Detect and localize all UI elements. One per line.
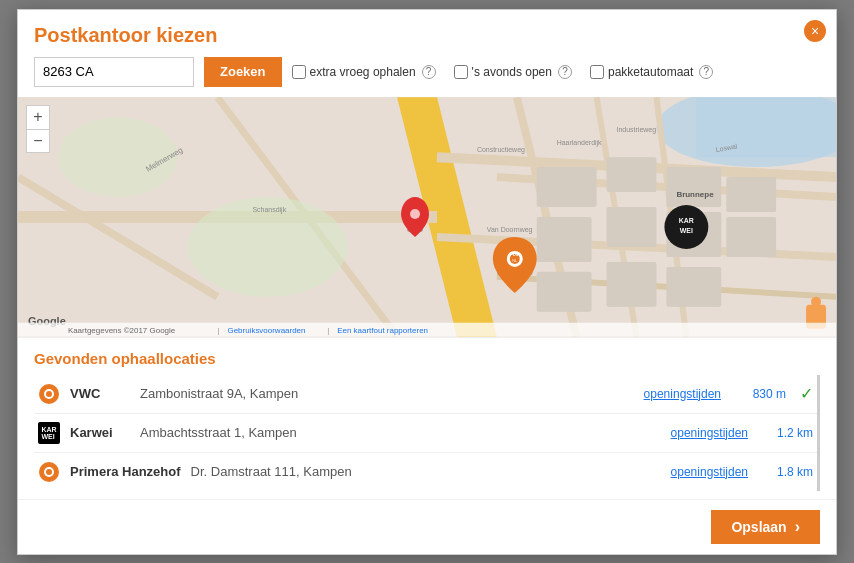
result-name-2: Primera Hanzehof bbox=[70, 464, 181, 479]
svg-point-59 bbox=[46, 391, 52, 397]
svg-rect-21 bbox=[726, 217, 776, 257]
result-distance-1: 1.2 km bbox=[758, 426, 813, 440]
svg-text:WEI: WEI bbox=[680, 226, 693, 233]
filter-savonds-open[interactable]: 's avonds open ? bbox=[454, 65, 572, 79]
save-chevron-icon: › bbox=[795, 518, 800, 536]
modal: × Postkantoor kiezen Zoeken extra vroeg … bbox=[17, 9, 837, 555]
result-address-1: Ambachtsstraat 1, Kampen bbox=[140, 425, 661, 440]
result-name-0: VWC bbox=[70, 386, 130, 401]
post-icon-2 bbox=[38, 461, 60, 483]
modal-overlay: × Postkantoor kiezen Zoeken extra vroeg … bbox=[0, 0, 854, 563]
result-openings-2[interactable]: openingstijden bbox=[671, 465, 748, 479]
save-button[interactable]: Opslaan › bbox=[711, 510, 820, 544]
result-name-1: Karwei bbox=[70, 425, 130, 440]
svg-rect-15 bbox=[607, 157, 657, 192]
modal-footer: Opslaan › bbox=[18, 499, 836, 554]
map-controls: + − bbox=[26, 105, 50, 153]
filter-pakketautomaat-checkbox[interactable] bbox=[590, 65, 604, 79]
results-section: Gevonden ophaallocaties VWC Zambonistraa… bbox=[18, 337, 836, 499]
result-openings-1[interactable]: openingstijden bbox=[671, 426, 748, 440]
svg-rect-23 bbox=[607, 261, 657, 306]
svg-text:NL: NL bbox=[512, 257, 518, 262]
svg-text:Constructieweg: Constructieweg bbox=[477, 146, 525, 154]
result-distance-0: 830 m bbox=[731, 387, 786, 401]
svg-rect-19 bbox=[607, 207, 657, 247]
svg-text:Een kaartfout rapporteren: Een kaartfout rapporteren bbox=[337, 325, 428, 334]
map-container[interactable]: Melmerweg Constructieweg Van Doornweg Ha… bbox=[18, 97, 836, 337]
svg-rect-22 bbox=[537, 271, 592, 311]
filter-extra-vroeg-checkbox[interactable] bbox=[292, 65, 306, 79]
svg-text:|: | bbox=[218, 325, 220, 334]
results-title: Gevonden ophaallocaties bbox=[34, 350, 820, 367]
svg-point-50 bbox=[811, 296, 821, 306]
svg-text:Industrieweg: Industrieweg bbox=[617, 126, 657, 134]
filter-extra-vroeg-help-icon[interactable]: ? bbox=[422, 65, 436, 79]
search-button[interactable]: Zoeken bbox=[204, 57, 282, 87]
svg-text:Gebruiksvoorwaarden: Gebruiksvoorwaarden bbox=[227, 325, 305, 334]
post-icon-0 bbox=[38, 383, 60, 405]
filter-group: extra vroeg ophalen ? 's avonds open ? p… bbox=[292, 65, 714, 79]
result-openings-0[interactable]: openingstijden bbox=[644, 387, 721, 401]
result-distance-2: 1.8 km bbox=[758, 465, 813, 479]
svg-text:Post: Post bbox=[509, 250, 520, 256]
svg-rect-18 bbox=[537, 217, 592, 262]
svg-text:Haarlanderdijk: Haarlanderdijk bbox=[557, 139, 602, 147]
svg-point-47 bbox=[410, 209, 420, 219]
results-list: VWC Zambonistraat 9A, Kampen openingstij… bbox=[34, 375, 820, 491]
svg-text:Van Doornweg: Van Doornweg bbox=[487, 225, 533, 233]
svg-text:Schansdijk: Schansdijk bbox=[252, 206, 286, 214]
result-check-0: ✓ bbox=[800, 384, 813, 403]
close-button[interactable]: × bbox=[804, 20, 826, 42]
search-input[interactable] bbox=[34, 57, 194, 87]
result-item-0[interactable]: VWC Zambonistraat 9A, Kampen openingstij… bbox=[34, 375, 817, 414]
svg-point-62 bbox=[46, 469, 52, 475]
svg-text:Kaartgegevens ©2017 Google: Kaartgegevens ©2017 Google bbox=[68, 325, 176, 334]
zoom-out-button[interactable]: − bbox=[26, 129, 50, 153]
karwei-icon-1: KARWEI bbox=[38, 422, 60, 444]
svg-rect-14 bbox=[537, 167, 597, 207]
result-address-2: Dr. Damstraat 111, Kampen bbox=[191, 464, 661, 479]
svg-rect-24 bbox=[666, 266, 721, 306]
svg-text:KAR: KAR bbox=[679, 216, 694, 223]
filter-extra-vroeg[interactable]: extra vroeg ophalen ? bbox=[292, 65, 436, 79]
filter-savonds-open-checkbox[interactable] bbox=[454, 65, 468, 79]
zoom-in-button[interactable]: + bbox=[26, 105, 50, 129]
result-item-1[interactable]: KARWEI Karwei Ambachtsstraat 1, Kampen o… bbox=[34, 414, 817, 453]
map-svg: Melmerweg Constructieweg Van Doornweg Ha… bbox=[18, 97, 836, 337]
filter-pakketautomaat[interactable]: pakketautomaat ? bbox=[590, 65, 713, 79]
svg-rect-17 bbox=[726, 177, 776, 212]
modal-title: Postkantoor kiezen bbox=[34, 24, 820, 47]
svg-rect-16 bbox=[666, 167, 721, 207]
result-item-2[interactable]: Primera Hanzehof Dr. Damstraat 111, Kamp… bbox=[34, 453, 817, 491]
search-bar: Zoeken extra vroeg ophalen ? 's avonds o… bbox=[18, 57, 836, 97]
svg-text:|: | bbox=[327, 325, 329, 334]
modal-header: Postkantoor kiezen bbox=[18, 10, 836, 57]
filter-savonds-open-help-icon[interactable]: ? bbox=[558, 65, 572, 79]
svg-text:Brunnepe: Brunnepe bbox=[676, 190, 714, 199]
result-address-0: Zambonistraat 9A, Kampen bbox=[140, 386, 634, 401]
filter-pakketautomaat-help-icon[interactable]: ? bbox=[699, 65, 713, 79]
